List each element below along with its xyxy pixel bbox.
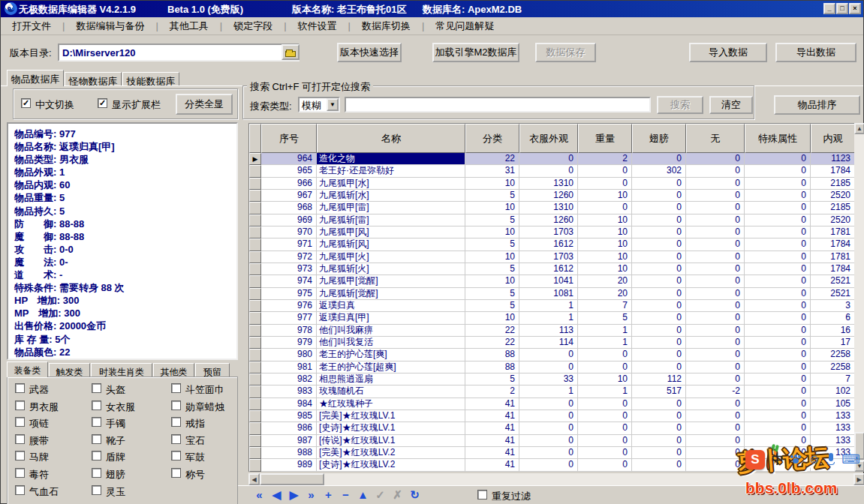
category-checkbox-气血石[interactable]	[15, 485, 25, 495]
menu-item-3[interactable]: 锁定字段	[222, 18, 284, 34]
menu-item-1[interactable]: 数据编辑与备份	[65, 18, 155, 34]
category-checkbox-翅膀[interactable]	[92, 468, 101, 478]
category-checkbox-头盔[interactable]	[92, 383, 101, 393]
column-header-特殊属性[interactable]: 特殊属性	[745, 124, 811, 153]
category-tab-装备类[interactable]: 装备类	[7, 362, 48, 377]
category-checkbox-灵玉[interactable]	[92, 485, 101, 495]
table-row[interactable]: 984★红玫瑰种子4100000105	[249, 398, 855, 410]
tab-技能数据库[interactable]: 技能数据库	[122, 72, 179, 86]
column-header-名称[interactable]: 名称	[317, 124, 465, 153]
clear-button[interactable]: 清空	[709, 96, 753, 114]
table-row[interactable]: 979他们叫我复活22114100017	[249, 337, 855, 349]
category-checkbox-毒符[interactable]	[15, 468, 25, 478]
table-row[interactable]: ▶964造化之物22020001123	[249, 153, 855, 165]
prior-record-button prior-record-icon[interactable]: ◀	[269, 488, 284, 502]
table-row[interactable]: 983玫瑰随机石211517-20102	[249, 386, 855, 398]
scroll-right-icon[interactable]: ▶	[853, 473, 864, 485]
table-row[interactable]: 974九尾狐甲[觉醒]101041200002521	[249, 275, 855, 287]
load-m2-button[interactable]: 加载引擎M2数据库	[432, 43, 519, 62]
cancel-edit-button cancel-edit-icon[interactable]: ✗	[390, 488, 405, 502]
minimize-button minimize-icon[interactable]: _	[823, 3, 835, 14]
category-checkbox-宝石[interactable]	[171, 434, 181, 444]
category-checkbox-军鼓[interactable]	[171, 451, 181, 460]
category-show-all-button[interactable]: 分类全显	[176, 94, 233, 115]
duplicate-filter-checkbox[interactable]	[477, 490, 487, 500]
table-row[interactable]: 968九尾狐甲[雷]10131000002185	[249, 202, 855, 214]
category-checkbox-勋章蜡烛[interactable]	[171, 400, 181, 410]
table-row[interactable]: 969九尾狐斩[雷]51260100002520	[249, 214, 855, 226]
next-record-button next-record-icon[interactable]: ▶	[286, 488, 302, 502]
category-checkbox-腰带[interactable]	[15, 434, 25, 444]
table-row[interactable]: 977返璞归真[甲]10150006	[249, 312, 855, 324]
tab-物品数据库[interactable]: 物品数据库	[7, 70, 64, 86]
category-tab-其他类[interactable]: 其他类	[153, 363, 194, 377]
microphone-icon[interactable]	[827, 453, 835, 466]
last-record-button last-record-icon[interactable]: »	[303, 488, 319, 502]
column-header-翅膀[interactable]: 翅膀	[632, 124, 686, 153]
table-row[interactable]: 985[完美]★红玫瑰LV.14100000133	[249, 410, 855, 422]
column-header-内观[interactable]: 内观	[811, 124, 855, 153]
category-checkbox-马牌[interactable]	[15, 451, 25, 460]
table-row[interactable]: 980老王的护心莲[爽]88000002258	[249, 349, 855, 361]
show-extension-checkbox[interactable]: ✓	[98, 98, 107, 108]
grid-vertical-scrollbar[interactable]	[854, 123, 864, 472]
insert-record-button insert-record-icon[interactable]: +	[321, 488, 336, 502]
table-row[interactable]: 978他们叫我麻痹22113100016	[249, 325, 855, 337]
category-checkbox-盾牌[interactable]	[92, 451, 101, 460]
scroll-left-icon[interactable]: ◀	[248, 473, 260, 485]
table-row[interactable]: 981老王的护心莲[超爽]88000002258	[249, 362, 855, 374]
browse-folder-button[interactable]	[281, 44, 300, 60]
quick-select-button[interactable]: 版本快速选择	[337, 43, 402, 62]
chinese-mode-icon[interactable]: 中	[772, 452, 784, 467]
chevron-down-icon[interactable]: ▼	[327, 98, 339, 111]
chinese-toggle-checkbox[interactable]: ✓	[21, 98, 31, 108]
save-data-button[interactable]: 数据保存	[535, 43, 596, 62]
category-checkbox-武器[interactable]	[15, 383, 25, 393]
tab-怪物数据库[interactable]: 怪物数据库	[65, 72, 122, 86]
table-row[interactable]: 965老王好·还是弥勒好3100302001784	[249, 165, 855, 177]
version-dir-input[interactable]	[58, 44, 300, 62]
grid-horizontal-scrollbar[interactable]	[248, 473, 864, 485]
keyboard-icon[interactable]: ⌨	[841, 452, 860, 467]
category-checkbox-靴子[interactable]	[92, 434, 101, 444]
post-edit-button post-edit-icon[interactable]: ✓	[372, 488, 388, 502]
paw-icon[interactable]	[790, 455, 801, 464]
column-header-无[interactable]: 无	[686, 124, 745, 153]
category-tab-时装生肖类[interactable]: 时装生肖类	[91, 363, 152, 377]
table-row[interactable]: 967九尾狐斩[水]51260100002520	[249, 190, 855, 202]
export-data-button[interactable]: 导出数据	[775, 43, 856, 62]
menu-item-4[interactable]: 软件设置	[287, 18, 348, 34]
category-checkbox-女衣服[interactable]	[92, 400, 101, 410]
scroll-up-icon[interactable]: ▲	[854, 123, 864, 134]
category-checkbox-项链[interactable]	[15, 417, 25, 427]
column-header-分类[interactable]: 分类	[465, 124, 519, 153]
delete-record-button delete-record-icon[interactable]: −	[338, 488, 354, 502]
item-data-grid[interactable]: 序号名称分类衣服外观重量翅膀无特殊属性内观 ▶964造化之物2202000112…	[248, 123, 864, 472]
search-input[interactable]	[345, 97, 651, 112]
category-checkbox-戒指[interactable]	[171, 417, 181, 427]
category-tab-触发类[interactable]: 触发类	[49, 363, 90, 377]
table-row[interactable]: 982相思熊逍遥扇53310112007	[249, 374, 855, 386]
column-header-重量[interactable]: 重量	[578, 124, 632, 153]
close-button close-icon[interactable]: ×	[849, 3, 861, 14]
first-record-button first-record-icon[interactable]: «	[251, 488, 267, 502]
menu-item-5[interactable]: 数据库切换	[351, 18, 422, 34]
horizontal-scroll-thumb[interactable]	[260, 473, 324, 485]
category-checkbox-斗笠面巾[interactable]	[171, 383, 181, 393]
category-checkbox-称号[interactable]	[171, 468, 181, 478]
category-tab-预留[interactable]: 预留	[195, 363, 230, 377]
category-checkbox-手镯[interactable]	[92, 417, 101, 427]
menu-item-6[interactable]: 常见问题解疑	[424, 18, 505, 34]
table-row[interactable]: 987[传说]★红玫瑰LV.14100000133	[249, 435, 855, 447]
table-row[interactable]: 966九尾狐甲[水]10131000002185	[249, 178, 855, 190]
sogou-input-icon[interactable]: S	[745, 450, 765, 470]
item-sort-button[interactable]: 物品排序	[774, 95, 860, 115]
maximize-button maximize-icon[interactable]: □	[836, 3, 848, 14]
table-row[interactable]: 986[史诗]★红玫瑰LV.14100000133	[249, 422, 855, 434]
table-row[interactable]: 973九尾狐斩[火]51612100001784	[249, 263, 855, 275]
smiley-icon[interactable]: ☺	[808, 452, 820, 467]
menu-item-0[interactable]: 打开文件	[1, 18, 62, 34]
menu-item-2[interactable]: 其他工具	[158, 18, 220, 34]
edit-record-button edit-record-icon[interactable]: ▲	[355, 488, 371, 502]
import-data-button[interactable]: 导入数据	[689, 43, 767, 62]
